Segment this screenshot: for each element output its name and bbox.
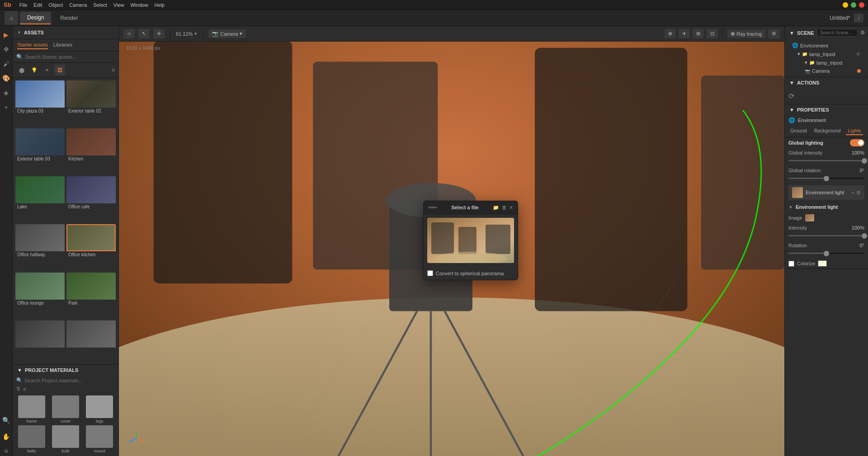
- camera-fly-icon[interactable]: ✈: [679, 29, 690, 38]
- list-item[interactable]: City plaza 03: [15, 80, 65, 127]
- list-toggle-icon[interactable]: ≡: [23, 386, 26, 392]
- search-input[interactable]: [25, 54, 115, 60]
- home-button[interactable]: ⌂: [5, 11, 18, 25]
- dialog-delete-icon[interactable]: 🗑: [502, 205, 507, 210]
- move-button[interactable]: ✛: [153, 29, 165, 38]
- list-item[interactable]: cover: [49, 395, 81, 423]
- project-materials-header[interactable]: ▼ PROJECT MATERIALS: [13, 365, 118, 376]
- menu-select[interactable]: Select: [93, 2, 107, 8]
- tab-starter-assets[interactable]: Starter assets: [17, 41, 48, 49]
- list-item[interactable]: Office hallway: [15, 224, 65, 270]
- dialog-close-button[interactable]: ×: [509, 204, 513, 211]
- list-item[interactable]: mount: [84, 425, 116, 453]
- env-rotation-slider[interactable]: [785, 250, 868, 259]
- dialog-drag-handle[interactable]: [428, 207, 437, 208]
- add-env-light-button[interactable]: +: [852, 190, 854, 196]
- list-item[interactable]: bulb: [49, 425, 81, 453]
- select-tool-icon[interactable]: ▶: [1, 30, 11, 40]
- list-item[interactable]: Exterior table 03: [15, 128, 65, 174]
- spherical-panorama-checkbox[interactable]: [427, 270, 433, 276]
- material-search-input[interactable]: [24, 378, 115, 383]
- tab-ground[interactable]: Ground: [788, 127, 809, 135]
- list-item[interactable]: Office lounge: [15, 273, 65, 319]
- move-tool-icon[interactable]: ✥: [1, 44, 11, 54]
- zoom-chevron-icon[interactable]: ▾: [194, 31, 197, 37]
- filter-sun-icon[interactable]: ☀: [42, 65, 52, 75]
- bottom-icon[interactable]: ≡: [1, 446, 11, 456]
- slider-thumb[interactable]: [862, 158, 867, 164]
- global-rotation-slider[interactable]: [785, 175, 868, 183]
- camera-orbit-icon[interactable]: ⊕: [665, 29, 676, 38]
- tree-item-lamp-tripod-parent[interactable]: ▾ 📁 lamp_tripod 👁: [788, 50, 864, 58]
- filter-sphere-icon[interactable]: ⬤: [16, 65, 27, 75]
- select-button[interactable]: ↖: [138, 29, 150, 38]
- menu-help[interactable]: Help: [155, 2, 165, 8]
- slider-thumb[interactable]: [824, 251, 829, 256]
- list-item[interactable]: Lake: [15, 176, 65, 222]
- brush-tool-icon[interactable]: 🖌: [1, 59, 11, 69]
- maximize-button[interactable]: [851, 2, 856, 8]
- ray-tracing-badge[interactable]: Ray tracing: [727, 30, 765, 38]
- camera-selector[interactable]: 📷 Camera ▾: [208, 29, 246, 38]
- smart-tool-icon[interactable]: ◈: [1, 88, 11, 98]
- menu-camera[interactable]: Camera: [69, 2, 87, 8]
- env-intensity-slider[interactable]: [785, 232, 868, 241]
- tree-item-environment[interactable]: 🌐 Environment: [788, 41, 864, 50]
- global-intensity-slider[interactable]: [785, 157, 868, 166]
- list-item[interactable]: [66, 320, 116, 362]
- list-item[interactable]: Office kitchen: [66, 224, 116, 270]
- menu-file[interactable]: File: [19, 2, 28, 8]
- add-tool-icon[interactable]: +: [1, 102, 11, 112]
- list-item[interactable]: legs: [84, 395, 116, 423]
- colorize-checkbox[interactable]: [788, 261, 794, 267]
- dialog-folder-icon[interactable]: 📁: [493, 205, 499, 211]
- export-button[interactable]: ↑: [854, 14, 864, 23]
- tab-render[interactable]: Render: [53, 12, 85, 24]
- filter-image-icon[interactable]: 🖼: [54, 65, 65, 75]
- tree-item-lamp-tripod-child[interactable]: ▾ 📁 lamp_tripod: [788, 58, 864, 67]
- minimize-button[interactable]: [843, 2, 848, 8]
- camera-reset-icon[interactable]: ⊡: [707, 29, 718, 38]
- list-item[interactable]: Kitchen: [66, 128, 116, 174]
- bake-icon[interactable]: ⟳: [788, 92, 794, 100]
- hand-tool-icon[interactable]: ✋: [1, 432, 11, 442]
- slider-thumb[interactable]: [824, 176, 829, 181]
- env-light-collapse-icon[interactable]: ▼: [788, 205, 793, 210]
- menu-object[interactable]: Object: [48, 2, 63, 8]
- environment-light-item[interactable]: Environment light + ⚙: [788, 185, 864, 200]
- scene-search-input[interactable]: [817, 29, 858, 37]
- menu-window[interactable]: Window: [130, 2, 148, 8]
- tab-design[interactable]: Design: [20, 12, 51, 24]
- list-item[interactable]: [15, 320, 65, 362]
- menu-view[interactable]: View: [113, 2, 124, 8]
- tree-eye-icon[interactable]: 👁: [856, 52, 861, 57]
- colorize-swatch[interactable]: [818, 260, 827, 267]
- camera-pan-icon[interactable]: ⊞: [693, 29, 704, 38]
- list-item[interactable]: Office cafe: [66, 176, 116, 222]
- env-light-settings-button[interactable]: ⚙: [856, 190, 861, 196]
- scene-filter-icon[interactable]: ⚙: [860, 30, 865, 36]
- tab-lights[interactable]: Lights: [846, 127, 863, 135]
- collapse-icon[interactable]: ▼: [17, 30, 21, 35]
- sort-icon[interactable]: ⇅: [16, 386, 20, 392]
- search-tool-icon[interactable]: 🔍: [1, 415, 11, 425]
- menu-edit[interactable]: Edit: [33, 2, 42, 8]
- close-button[interactable]: [859, 2, 864, 8]
- global-lighting-toggle[interactable]: [850, 139, 864, 146]
- list-item[interactable]: bolts: [15, 425, 47, 453]
- list-view-icon[interactable]: ≡: [112, 67, 115, 73]
- canvas-area[interactable]: 1920 x 1440 px Select a file 📁 🗑 ×: [119, 42, 784, 456]
- filter-light-icon[interactable]: 💡: [29, 65, 40, 75]
- tab-libraries[interactable]: Libraries: [53, 41, 72, 49]
- slider-thumb[interactable]: [862, 233, 867, 239]
- list-item[interactable]: Exterior table 02: [66, 80, 116, 127]
- paint-tool-icon[interactable]: 🎨: [1, 73, 11, 83]
- list-item[interactable]: Park: [66, 273, 116, 319]
- settings-icon[interactable]: ⚙: [768, 29, 780, 38]
- image-thumbnail[interactable]: [805, 214, 814, 221]
- tab-background[interactable]: Background: [812, 127, 843, 135]
- transform-button[interactable]: ⊹: [123, 29, 135, 38]
- tree-item-camera[interactable]: 📷 Camera: [788, 67, 864, 75]
- env-light-actions: + ⚙: [852, 190, 861, 196]
- list-item[interactable]: frame: [15, 395, 47, 423]
